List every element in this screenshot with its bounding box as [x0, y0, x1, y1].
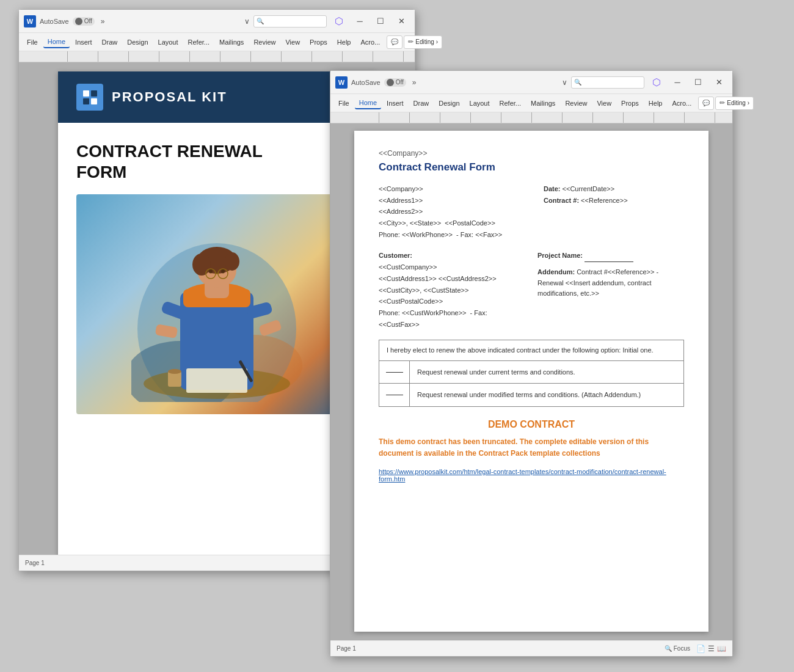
svg-rect-18: [186, 368, 247, 393]
ruler-2: [330, 112, 732, 123]
svg-point-11: [225, 252, 239, 271]
check-line-2: [386, 395, 403, 395]
tab-acrobat-2[interactable]: Acro...: [668, 98, 696, 109]
tab-draw-2[interactable]: Draw: [409, 98, 434, 109]
view-print-icon-2[interactable]: 📄: [696, 645, 705, 653]
search-bar-1[interactable]: 🔍: [253, 15, 327, 27]
cover-title: CONTRACT RENEWAL FORM: [76, 141, 357, 182]
tab-references-1[interactable]: Refer...: [184, 37, 214, 48]
cust-fax: <<CustFax>>: [379, 319, 525, 331]
check-line-1: [386, 372, 403, 373]
ribbon-2: File Home Insert Draw Design Layout Refe…: [330, 94, 732, 112]
focus-label-2[interactable]: 🔍 Focus: [665, 645, 690, 652]
tab-acrobat-1[interactable]: Acro...: [356, 37, 384, 48]
tab-help-2[interactable]: Help: [644, 98, 667, 109]
tab-help-1[interactable]: Help: [333, 37, 355, 48]
comment-button-2[interactable]: 💬: [698, 97, 714, 110]
titlebar-1: W AutoSave Off » ∨ 🔍 ⬡ ─ ☐ ✕: [19, 10, 415, 33]
editing-button-1[interactable]: ✏ Editing ›: [404, 35, 442, 49]
svg-point-13: [221, 269, 225, 274]
renewal-text-1: Request renewal under current terms and …: [410, 361, 683, 384]
renewal-option-2: Request renewal under modified terms and…: [379, 384, 683, 406]
autosave-toggle-2[interactable]: Off: [384, 78, 406, 87]
maximize-button-2[interactable]: ☐: [690, 74, 707, 91]
cust-address: <<CustAddress1>> <<CustAddress2>>: [379, 273, 525, 285]
pencil-icon-1: ✏: [408, 38, 413, 46]
diamond-button-2[interactable]: ⬡: [648, 74, 665, 91]
close-button-2[interactable]: ✕: [710, 74, 727, 91]
svg-point-24: [168, 369, 181, 374]
contract-field: Contract #: <<Reference>>: [544, 195, 684, 206]
search-bar-2[interactable]: 🔍: [571, 76, 644, 89]
tab-file-2[interactable]: File: [334, 98, 354, 109]
tab-layout-2[interactable]: Layout: [465, 98, 494, 109]
autosave-label-2: AutoSave: [351, 79, 381, 86]
renewal-header: I hereby elect to renew the above indica…: [379, 340, 683, 361]
page-2: <<Company>> Contract Renewal Form <<Comp…: [354, 131, 708, 632]
tab-home-2[interactable]: Home: [355, 97, 381, 109]
cust-company: <<CustCompany>>: [379, 261, 525, 273]
renewal-text-2: Request renewal under modified terms and…: [410, 384, 683, 406]
tab-view-2[interactable]: View: [592, 98, 616, 109]
tab-design-2[interactable]: Design: [434, 98, 464, 109]
tab-props-2[interactable]: Props: [617, 98, 643, 109]
pk-logo: [76, 84, 103, 111]
page-indicator-1: Page 1: [25, 560, 45, 566]
address-left: <<Company>> <<Address1>> <<Address2>> <<…: [379, 183, 519, 240]
close-button-1[interactable]: ✕: [393, 13, 410, 30]
tab-design-1[interactable]: Design: [123, 37, 152, 48]
comment-button-1[interactable]: 💬: [387, 35, 402, 49]
minimize-button-2[interactable]: ─: [669, 74, 686, 91]
tab-props-1[interactable]: Props: [305, 37, 332, 48]
tab-layout-1[interactable]: Layout: [154, 37, 183, 48]
company-placeholder: <<Company>>: [379, 149, 684, 158]
tab-mailings-2[interactable]: Mailings: [526, 98, 559, 109]
cover-header-title: Proposal Kit: [112, 89, 227, 105]
cover-illustration: [76, 194, 357, 414]
tab-home-1[interactable]: Home: [43, 36, 70, 48]
tab-review-1[interactable]: Review: [249, 37, 280, 48]
tab-references-2[interactable]: Refer...: [495, 98, 525, 109]
minimize-button-1[interactable]: ─: [351, 13, 368, 30]
collapse-chevron-2[interactable]: ∨: [562, 78, 567, 87]
doc-area-2: <<Company>> Contract Renewal Form <<Comp…: [330, 123, 732, 640]
demo-title: DEMO CONTRACT: [379, 419, 684, 430]
view-icons-2: 📄 ☰ 📖: [696, 645, 726, 653]
tab-mailings-1[interactable]: Mailings: [215, 37, 248, 48]
collapse-chevron-1[interactable]: ∨: [244, 17, 250, 26]
addr-address2: <<Address2>>: [379, 206, 519, 217]
cust-phone: Phone: <<CustWorkPhone>> - Fax:: [379, 307, 525, 319]
tab-insert-1[interactable]: Insert: [71, 37, 97, 48]
renewal-box: I hereby elect to renew the above indica…: [379, 340, 684, 407]
tab-draw-1[interactable]: Draw: [98, 37, 122, 48]
cover-header: Proposal Kit: [58, 71, 376, 123]
diamond-button-1[interactable]: ⬡: [330, 13, 348, 30]
pencil-icon-2: ✏: [719, 99, 725, 107]
address-right: Date: <<CurrentDate>> Contract #: <<Refe…: [544, 183, 684, 240]
date-field: Date: <<CurrentDate>>: [544, 183, 684, 195]
addr-company: <<Company>>: [379, 183, 519, 195]
autosave-label-1: AutoSave: [40, 18, 69, 25]
check-cell-1: [379, 361, 410, 384]
autosave-toggle-1[interactable]: Off: [73, 17, 95, 26]
tab-insert-2[interactable]: Insert: [382, 98, 408, 109]
editing-button-2[interactable]: ✏ Editing ›: [715, 97, 754, 110]
maximize-button-1[interactable]: ☐: [372, 13, 389, 30]
view-web-icon-2[interactable]: ☰: [708, 645, 715, 653]
address-block: <<Company>> <<Address1>> <<Address2>> <<…: [379, 183, 684, 240]
form-title: Contract Renewal Form: [379, 161, 684, 173]
demo-link[interactable]: https://www.proposalkit.com/htm/legal-co…: [379, 468, 684, 483]
tab-file-1[interactable]: File: [23, 37, 42, 48]
tab-view-1[interactable]: View: [281, 37, 304, 48]
check-cell-2: [379, 384, 410, 406]
customer-block: Customer: <<CustCompany>> <<CustAddress1…: [379, 250, 525, 330]
more-chevron-2[interactable]: »: [412, 78, 417, 87]
view-read-icon-2[interactable]: 📖: [717, 645, 726, 653]
project-name-field: Project Name:: [537, 250, 684, 262]
addr-phone: Phone: <<WorkPhone>> - Fax: <<Fax>>: [379, 229, 519, 241]
page-1: Proposal Kit CONTRACT RENEWAL FORM: [58, 71, 376, 555]
tab-review-2[interactable]: Review: [561, 98, 591, 109]
renewal-option-1: Request renewal under current terms and …: [379, 361, 683, 384]
more-chevron-1[interactable]: »: [101, 17, 105, 26]
statusbar-2: Page 1 🔍 Focus 📄 ☰ 📖: [330, 640, 732, 656]
